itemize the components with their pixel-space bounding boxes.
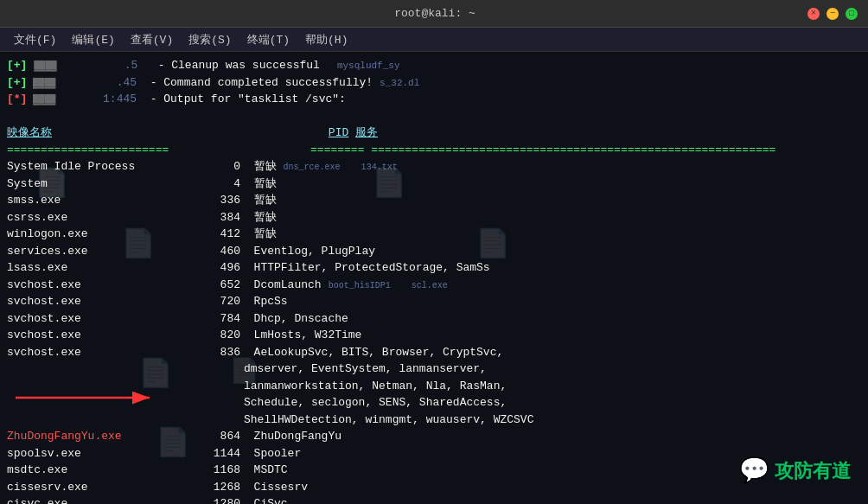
- table-row: svchost.exe 836 AeLookupSvc, BITS, Brows…: [7, 344, 861, 361]
- bg-icon-7: 📄: [156, 424, 190, 465]
- bg-icon-6: 📄: [229, 354, 259, 391]
- maximize-button[interactable]: □: [846, 8, 858, 20]
- bg-icon-3: 📄: [372, 164, 406, 206]
- table-row: ZhuDongFangYu.exe 864 ZhuDongFangYu: [7, 428, 861, 445]
- menu-bar: 文件(F) 编辑(E) 查看(V) 搜索(S) 终端(T) 帮助(H): [0, 28, 868, 52]
- menu-file[interactable]: 文件(F): [7, 30, 63, 49]
- close-button[interactable]: ×: [807, 8, 820, 20]
- prompt-plus: [+]: [7, 74, 27, 92]
- table-row: cissesrv.exe 1268 Cissesrv: [7, 479, 861, 496]
- prompt-plus: [+]: [7, 57, 27, 74]
- terminal-line: [+] ▓▓▓▓ .5 - Cleanup was successful mys…: [7, 57, 861, 74]
- prompt-star: [*]: [7, 91, 27, 108]
- terminal-output[interactable]: [+] ▓▓▓▓ .5 - Cleanup was successful mys…: [0, 52, 868, 504]
- bg-icon-4: 📄: [475, 225, 510, 266]
- minimize-button[interactable]: −: [827, 8, 839, 20]
- terminal-separator: ======================== ======== ======…: [7, 142, 861, 159]
- terminal-line: [*] ▓▓▓▓ 1:445 - Output for "tasklist /s…: [7, 91, 861, 108]
- wechat-text: 攻防有道: [775, 456, 851, 485]
- terminal-line-blank: [7, 108, 861, 125]
- menu-view[interactable]: 查看(V): [124, 30, 180, 49]
- bg-icon-2: 📄: [121, 225, 156, 266]
- menu-help[interactable]: 帮助(H): [298, 30, 354, 49]
- wechat-watermark: 💬 攻防有道: [739, 452, 851, 488]
- menu-edit[interactable]: 编辑(E): [65, 30, 121, 49]
- table-row-continuation: dmserver, EventSystem, lanmanserver,: [7, 360, 861, 378]
- bg-icon-1: 📄: [35, 164, 69, 206]
- bg-icon-5: 📄: [138, 354, 173, 396]
- table-row: msdtc.exe 1168 MSDTC: [7, 462, 861, 479]
- table-row-continuation: lanmanworkstation, Netman, Nla, RasMan,: [7, 378, 861, 395]
- table-row: spoolsv.exe 1144 Spooler: [7, 445, 861, 463]
- window-controls[interactable]: × − □: [807, 8, 858, 20]
- window-title: root@kali: ~: [62, 7, 807, 20]
- table-row: csrss.exe 384 暂缺: [7, 209, 861, 226]
- table-row: svchost.exe 784 Dhcp, Dnscache: [7, 310, 861, 328]
- table-row-continuation: Schedule, seclogon, SENS, SharedAccess,: [7, 394, 861, 411]
- table-row: System 4 暂缺: [7, 175, 861, 193]
- table-row-continuation: ShellHWDetection, winmgmt, wuauserv, WZC…: [7, 411, 861, 429]
- menu-search[interactable]: 搜索(S): [182, 30, 238, 49]
- table-row: svchost.exe 820 LmHosts, W32Time: [7, 327, 861, 344]
- table-row: svchost.exe 720 RpcSs: [7, 293, 861, 310]
- table-row: System Idle Process 0 暂缺 dns_rce.exe 134…: [7, 158, 861, 175]
- wechat-icon: 💬: [739, 452, 769, 488]
- table-row: cisvc.exe 1280 CiSvc: [7, 495, 861, 504]
- table-row: smss.exe 336 暂缺: [7, 192, 861, 209]
- table-row: svchost.exe 652 DcomLaunch boot_hisIDP1 …: [7, 277, 861, 294]
- menu-terminal[interactable]: 终端(T): [240, 30, 297, 49]
- terminal-line: [+] ▓▓▓▓ .45 - Command completed success…: [7, 74, 861, 92]
- title-bar: root@kali: ~ × − □: [0, 0, 868, 28]
- terminal-header: 映像名称 PID 服务: [7, 124, 861, 142]
